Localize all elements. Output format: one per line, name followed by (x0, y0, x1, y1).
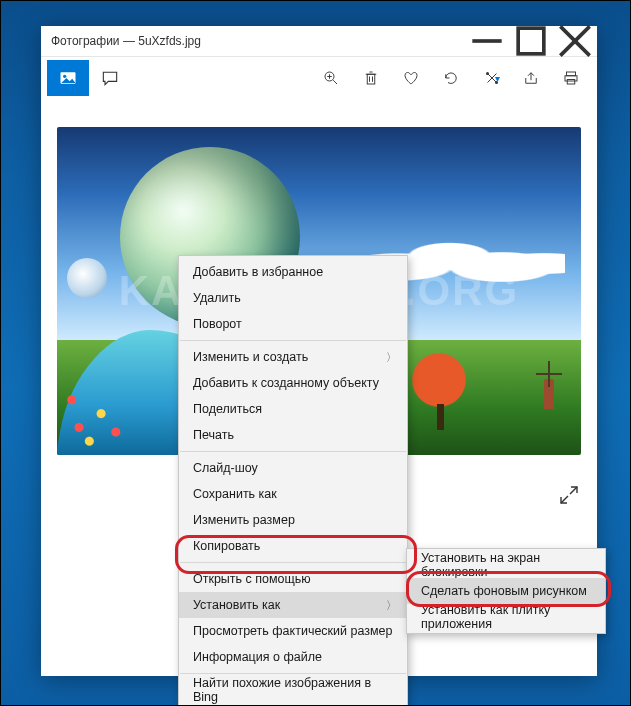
chevron-right-icon: 〉 (386, 598, 397, 613)
chevron-right-icon: 〉 (386, 350, 397, 365)
zoom-icon[interactable] (311, 60, 351, 96)
svg-rect-18 (567, 72, 576, 76)
comment-tab[interactable] (89, 60, 131, 96)
svg-rect-1 (518, 28, 544, 54)
svg-line-22 (561, 496, 568, 503)
sub-app-tile[interactable]: Установить как плитку приложения (407, 604, 605, 630)
favorite-icon[interactable] (391, 60, 431, 96)
ctx-find-bing[interactable]: Найти похожие изображения в Bing (179, 677, 407, 703)
set-as-submenu: Установить на экран блокировки Сделать ф… (406, 548, 606, 634)
separator (180, 673, 406, 674)
separator (180, 340, 406, 341)
ctx-resize[interactable]: Изменить размер (179, 507, 407, 533)
minimize-button[interactable] (465, 26, 509, 56)
context-menu: Добавить в избранное Удалить Поворот Изм… (178, 255, 408, 706)
ctx-rotate[interactable]: Поворот (179, 311, 407, 337)
maximize-button[interactable] (509, 26, 553, 56)
ctx-set-as[interactable]: Установить как〉 (179, 592, 407, 618)
ctx-delete[interactable]: Удалить (179, 285, 407, 311)
share-icon[interactable] (511, 60, 551, 96)
ctx-file-info[interactable]: Информация о файле (179, 644, 407, 670)
view-tab[interactable] (47, 60, 89, 96)
ctx-slideshow[interactable]: Слайд-шоу (179, 455, 407, 481)
fullscreen-icon[interactable] (557, 483, 585, 511)
svg-line-21 (570, 487, 577, 494)
svg-rect-20 (567, 80, 575, 85)
separator (180, 451, 406, 452)
window-title: Фотографии — 5uXzfds.jpg (41, 34, 201, 48)
ctx-add-favorite[interactable]: Добавить в избранное (179, 259, 407, 285)
ctx-actual-size[interactable]: Просмотреть фактический размер (179, 618, 407, 644)
rotate-icon[interactable] (431, 60, 471, 96)
separator (180, 562, 406, 563)
toolbar: ▾ (41, 57, 597, 99)
svg-point-5 (63, 75, 66, 78)
edit-icon[interactable]: ▾ (471, 60, 511, 96)
svg-rect-10 (367, 74, 375, 84)
delete-icon[interactable] (351, 60, 391, 96)
close-button[interactable] (553, 26, 597, 56)
ctx-print[interactable]: Печать (179, 422, 407, 448)
print-icon[interactable] (551, 60, 591, 96)
titlebar: Фотографии — 5uXzfds.jpg (41, 26, 597, 57)
sub-background[interactable]: Сделать фоновым рисунком (407, 578, 605, 604)
ctx-copy[interactable]: Копировать (179, 533, 407, 559)
ctx-share[interactable]: Поделиться (179, 396, 407, 422)
ctx-add-to-creation[interactable]: Добавить к созданному объекту (179, 370, 407, 396)
ctx-save-as[interactable]: Сохранить как (179, 481, 407, 507)
chevron-down-icon: ▾ (495, 73, 500, 84)
ctx-open-with[interactable]: Открыть с помощью (179, 566, 407, 592)
sub-lockscreen[interactable]: Установить на экран блокировки (407, 552, 605, 578)
svg-point-15 (486, 72, 489, 75)
ctx-edit-create[interactable]: Изменить и создать〉 (179, 344, 407, 370)
svg-line-7 (333, 80, 337, 84)
